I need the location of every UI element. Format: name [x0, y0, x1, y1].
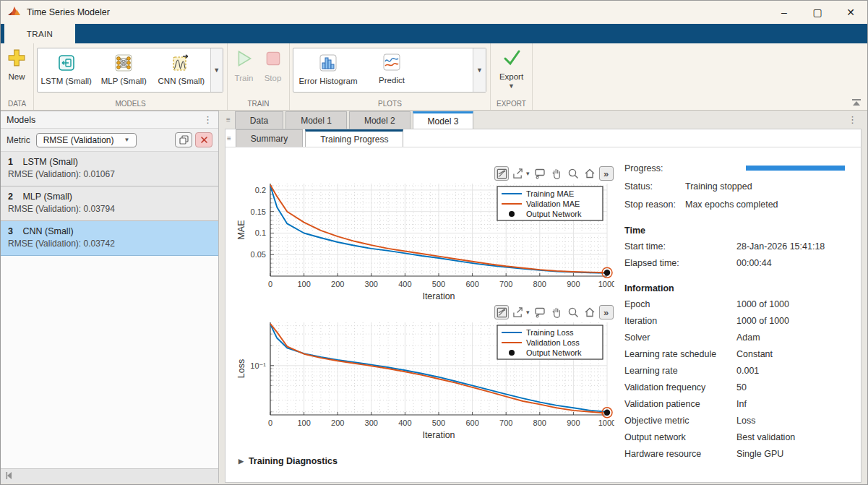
row-value: 00:00:44 [736, 258, 772, 268]
information-heading: Information [624, 280, 850, 296]
tab-data[interactable]: Data [235, 111, 283, 129]
section-label-models: MODELS [37, 98, 224, 110]
export-plot-caret[interactable]: ▾ [526, 170, 530, 177]
model-index: 3 [8, 226, 13, 236]
metric-dropdown-value: RMSE (Validation) [43, 135, 114, 145]
svg-text:600: 600 [465, 419, 478, 427]
model-list-item-2[interactable]: 2 MLP (Small) RMSE (Validation): 0.03794 [1, 186, 218, 221]
tab-summary[interactable]: Summary [236, 129, 303, 147]
error-histogram-icon [319, 53, 338, 75]
model-list-item-1[interactable]: 1 LSTM (Small) RMSE (Validation): 0.0106… [1, 152, 218, 186]
plots-gallery-dropdown[interactable]: ▼ [473, 48, 486, 92]
tab-train[interactable]: TRAIN [4, 24, 75, 43]
section-label-train: TRAIN [231, 98, 286, 110]
document-tab-menu-icon[interactable]: ⋮ [848, 114, 857, 125]
train-button[interactable]: Train [231, 46, 258, 87]
svg-text:0: 0 [268, 280, 272, 288]
svg-text:800: 800 [533, 419, 546, 427]
progress-bar [746, 166, 845, 171]
maximize-button[interactable]: ▢ [801, 1, 834, 24]
ribbon-section-train: Train Stop TRAIN [228, 43, 290, 110]
training-diagnostics-toggle[interactable]: ▶ Training Diagnostics [239, 456, 338, 466]
stop-button[interactable]: Stop [259, 46, 287, 87]
tab-model-2[interactable]: Model 2 [349, 111, 411, 129]
row-value: Best validation [736, 432, 795, 442]
svg-text:Training MAE: Training MAE [526, 189, 574, 198]
stop-button-label: Stop [265, 74, 282, 84]
row-label: Output network [624, 432, 736, 442]
tab-model-1[interactable]: Model 1 [285, 111, 347, 129]
row-value: 28-Jan-2026 15:41:18 [736, 241, 825, 252]
row-value: 50 [736, 382, 747, 392]
train-play-icon [235, 49, 254, 71]
gallery-item-lstm[interactable]: LSTM (Small) [38, 48, 95, 92]
svg-text:0.15: 0.15 [251, 207, 266, 216]
minimize-button[interactable]: – [768, 1, 801, 24]
delete-model-button[interactable] [195, 132, 212, 147]
chevron-down-icon: ▼ [124, 137, 129, 143]
row-label: Iteration [624, 316, 736, 326]
model-name: MLP (Small) [22, 192, 72, 202]
models-panel: Models ⋮ Metric RMSE (Validation) ▼ 1 [1, 111, 219, 483]
training-info-panel: Progress: Status: Training stopped Stop … [624, 159, 850, 462]
svg-text:300: 300 [365, 419, 378, 427]
ribbon-section-models: LSTM (Small) [34, 43, 228, 110]
model-metric: RMSE (Validation): 0.03742 [8, 239, 211, 249]
info-row: Validation frequency 50 [624, 379, 850, 395]
ribbon-section-export: Export ▼ EXPORT [491, 43, 533, 110]
svg-text:300: 300 [365, 280, 378, 288]
model-list-item-3[interactable]: 3 CNN (Small) RMSE (Validation): 0.03742 [1, 221, 218, 256]
info-row: Elapsed time: 00:00:44 [624, 254, 850, 271]
models-panel-menu-icon[interactable]: ⋮ [203, 114, 212, 125]
training-diagnostics-label: Training Diagnostics [249, 456, 338, 466]
svg-text:MAE: MAE [236, 220, 246, 239]
row-label: Learning rate schedule [624, 349, 736, 359]
svg-text:0.1: 0.1 [255, 228, 266, 237]
ribbon-tab-strip: TRAIN [1, 24, 867, 43]
info-row: Epoch 1000 of 1000 [624, 296, 850, 312]
tab-model-3[interactable]: Model 3 [413, 111, 474, 129]
svg-text:Training Loss: Training Loss [526, 328, 574, 337]
cnn-icon [172, 53, 191, 75]
mae-chart[interactable]: 010020030040050060070080090010000.050.10… [236, 178, 614, 305]
row-label: Solver [624, 332, 736, 343]
row-label: Validation frequency [624, 382, 736, 392]
predict-icon [382, 53, 401, 74]
export-button[interactable]: Export ▼ [495, 46, 528, 93]
models-gallery-dropdown[interactable]: ▼ [210, 48, 223, 92]
gallery-item-cnn[interactable]: CNN (Small) [152, 48, 210, 92]
window-title: Time Series Modeler [27, 7, 110, 17]
duplicate-model-button[interactable] [175, 132, 192, 147]
stop-reason-row: Stop reason: Max epochs completed [624, 195, 850, 213]
svg-text:200: 200 [331, 419, 344, 427]
info-row: Validation patience Inf [624, 395, 850, 412]
gallery-item-mlp[interactable]: MLP (Small) [95, 48, 153, 92]
ribbon-section-data: New DATA [1, 43, 34, 110]
tab-group-handle-icon[interactable]: ≡ [227, 134, 231, 142]
tab-training-progress[interactable]: Training Progress [305, 129, 403, 147]
svg-text:500: 500 [432, 280, 445, 288]
gallery-item-label: Error Histogram [298, 77, 357, 86]
info-row: Objective metric Loss [624, 412, 850, 429]
gallery-item-error-histogram[interactable]: Error Histogram [293, 48, 363, 92]
section-label-data: DATA [4, 98, 30, 110]
new-button[interactable]: New [4, 46, 30, 85]
gallery-item-predict[interactable]: Predict [363, 48, 421, 87]
collapse-ribbon-icon[interactable] [851, 97, 861, 110]
collapse-panel-icon[interactable] [5, 470, 14, 483]
row-value: Loss [736, 416, 755, 426]
svg-text:900: 900 [567, 419, 580, 427]
stop-icon [264, 49, 283, 71]
row-label: Epoch [624, 299, 736, 309]
close-button[interactable]: ✕ [834, 1, 867, 24]
svg-text:700: 700 [499, 419, 512, 427]
loss-chart[interactable]: 0100200300400500600700800900100010⁻¹Iter… [236, 317, 614, 444]
export-plot-caret[interactable]: ▾ [526, 309, 530, 316]
svg-text:0: 0 [268, 419, 272, 427]
metric-dropdown[interactable]: RMSE (Validation) ▼ [36, 133, 137, 147]
status-row: Status: Training stopped [624, 177, 850, 195]
tab-group-handle-icon[interactable]: ≡ [226, 116, 231, 124]
svg-text:400: 400 [398, 280, 411, 288]
status-label: Status: [624, 181, 685, 192]
svg-text:Loss: Loss [236, 359, 246, 378]
